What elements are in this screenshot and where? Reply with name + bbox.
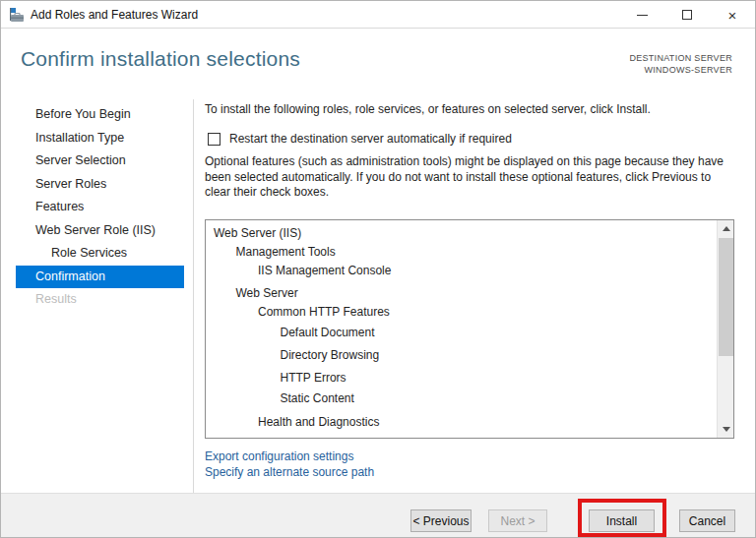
- sidebar-item-server-selection[interactable]: Server Selection: [16, 149, 184, 173]
- chevron-up-icon: [723, 226, 730, 231]
- feature-tree-item: Management Tools: [206, 243, 717, 262]
- cancel-button[interactable]: Cancel: [679, 509, 735, 532]
- destination-server-label: DESTINATION SERVER: [629, 52, 732, 64]
- next-button: Next >: [488, 509, 547, 532]
- restart-checkbox[interactable]: [208, 133, 220, 146]
- page-title: Confirm installation selections: [21, 47, 300, 71]
- scroll-down-button[interactable]: [718, 421, 734, 438]
- maximize-icon: [682, 10, 692, 20]
- scroll-up-button[interactable]: [718, 220, 734, 237]
- wizard-window: Add Roles and Features Wizard × Confirm …: [0, 0, 756, 538]
- server-manager-icon: [9, 7, 25, 23]
- sidebar-item-features[interactable]: Features: [16, 196, 184, 219]
- footer-links: Export configuration settingsSpecify an …: [205, 448, 374, 480]
- link-specify-an-alternate-source-path[interactable]: Specify an alternate source path: [205, 464, 374, 480]
- restart-checkbox-row[interactable]: Restart the destination server automatic…: [208, 132, 512, 146]
- feature-tree-item: Common HTTP Features: [206, 303, 717, 322]
- link-export-configuration-settings[interactable]: Export configuration settings: [205, 448, 374, 464]
- feature-tree-item: Default Document: [206, 324, 717, 342]
- close-icon: ×: [728, 8, 737, 23]
- feature-tree-item: Web Server: [206, 284, 717, 303]
- sidebar-item-installation-type[interactable]: Installation Type: [16, 127, 184, 150]
- feature-tree-item: Static Content: [206, 389, 717, 408]
- sidebar-item-server-roles[interactable]: Server Roles: [16, 173, 184, 197]
- sidebar-divider: [193, 99, 194, 493]
- minimize-icon: [637, 15, 648, 16]
- feature-tree-item: Web Server (IIS): [206, 224, 717, 243]
- intro-text: To install the following roles, role ser…: [205, 102, 736, 116]
- feature-tree-item: Health and Diagnostics: [206, 413, 717, 432]
- install-button[interactable]: Install: [589, 509, 655, 532]
- listbox-scrollbar[interactable]: [717, 220, 733, 438]
- wizard-footer: < PreviousNext >InstallCancel: [1, 494, 755, 538]
- minimize-button[interactable]: [619, 1, 664, 29]
- optional-features-note: Optional features (such as administratio…: [205, 154, 737, 201]
- feature-tree: Web Server (IIS)Management ToolsIIS Mana…: [206, 220, 717, 438]
- maximize-button[interactable]: [664, 1, 710, 29]
- sidebar-item-before-you-begin[interactable]: Before You Begin: [16, 103, 184, 127]
- chevron-down-icon: [723, 427, 730, 432]
- feature-tree-item: HTTP Errors: [206, 369, 717, 388]
- selected-features-listbox[interactable]: Web Server (IIS)Management ToolsIIS Mana…: [205, 219, 734, 439]
- restart-checkbox-label: Restart the destination server automatic…: [229, 132, 512, 146]
- feature-tree-item: Directory Browsing: [206, 346, 717, 365]
- sidebar-item-role-services[interactable]: Role Services: [16, 242, 184, 266]
- window-title: Add Roles and Features Wizard: [31, 8, 198, 22]
- destination-server-block: DESTINATION SERVER WINDOWS-SERVER: [629, 52, 732, 76]
- destination-server-name: WINDOWS-SERVER: [629, 64, 732, 76]
- window-controls: ×: [619, 1, 755, 29]
- sidebar-item-confirmation[interactable]: Confirmation: [16, 266, 184, 289]
- sidebar-item-web-server-role-iis[interactable]: Web Server Role (IIS): [16, 219, 184, 243]
- wizard-steps-sidebar: Before You BeginInstallation TypeServer …: [16, 103, 184, 312]
- feature-tree-item: HTTP Logging: [206, 434, 717, 438]
- feature-tree-item: IIS Management Console: [206, 262, 717, 280]
- title-bar: Add Roles and Features Wizard ×: [1, 1, 755, 29]
- sidebar-item-results: Results: [16, 288, 184, 312]
- close-button[interactable]: ×: [710, 1, 755, 29]
- scrollbar-thumb[interactable]: [719, 238, 733, 356]
- previous-button[interactable]: < Previous: [410, 509, 472, 532]
